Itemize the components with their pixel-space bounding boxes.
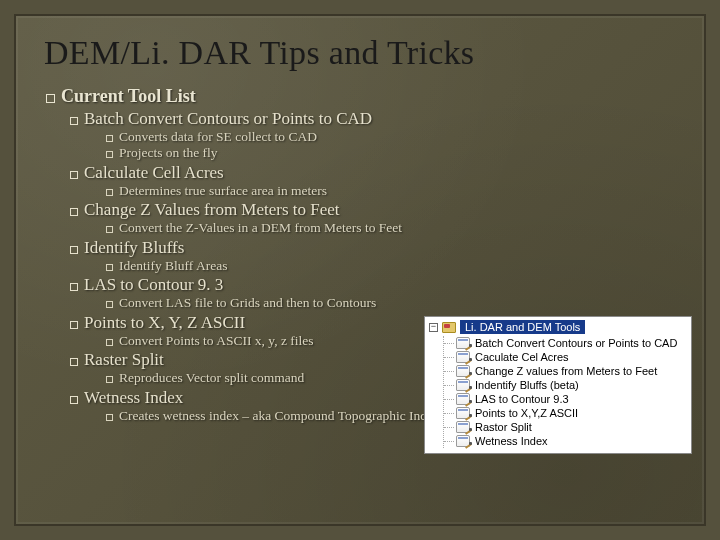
tool-name: Identify Bluffs: [84, 238, 184, 258]
toolbox-item-label: Indentify Bluffs (beta): [475, 379, 579, 391]
script-icon: [456, 407, 470, 419]
script-icon: [456, 351, 470, 363]
tool-sub-text: Creates wetness index – aka Compound Top…: [119, 408, 440, 424]
bullet-icon: [70, 117, 78, 125]
tool-name: Change Z Values from Meters to Feet: [84, 200, 340, 220]
toolbox-item-label: Batch Convert Contours or Points to CAD: [475, 337, 677, 349]
bullet-icon: [106, 226, 113, 233]
tool-subitem: Convert the Z-Values in a DEM from Meter…: [106, 220, 676, 236]
tool-sub-text: Converts data for SE collect to CAD: [119, 129, 317, 145]
script-icon: [456, 421, 470, 433]
tool-subitem: Converts data for SE collect to CAD: [106, 129, 676, 145]
toolbox-item-label: LAS to Contour 9.3: [475, 393, 569, 405]
toolbox-item-label: Wetness Index: [475, 435, 548, 447]
bullet-icon: [106, 189, 113, 196]
script-icon: [456, 393, 470, 405]
heading-current-tool-list: Current Tool List: [46, 86, 676, 107]
bullet-icon: [106, 264, 113, 271]
bullet-icon: [106, 135, 113, 142]
toolbox-script-item[interactable]: LAS to Contour 9.3: [448, 392, 687, 406]
script-icon: [456, 435, 470, 447]
tool-name: Points to X, Y, Z ASCII: [84, 313, 245, 333]
tool-item: Identify Bluffs: [70, 238, 676, 258]
bullet-icon: [46, 94, 55, 103]
toolbox-script-item[interactable]: Batch Convert Contours or Points to CAD: [448, 336, 687, 350]
toolbox-root-label[interactable]: Li. DAR and DEM Tools: [460, 320, 585, 334]
script-icon: [456, 365, 470, 377]
toolbox-item-label: Points to X,Y,Z ASCII: [475, 407, 578, 419]
tool-subitem: Convert LAS file to Grids and then to Co…: [106, 295, 676, 311]
tool-subitem: Determines true surface area in meters: [106, 183, 676, 199]
tool-sub-text: Projects on the fly: [119, 145, 218, 161]
toolbox-script-item[interactable]: Caculate Cel Acres: [448, 350, 687, 364]
toolbox-script-item[interactable]: Change Z values from Meters to Feet: [448, 364, 687, 378]
toolbox-item-label: Rastor Split: [475, 421, 532, 433]
tool-item: LAS to Contour 9. 3: [70, 275, 676, 295]
bullet-icon: [106, 376, 113, 383]
bullet-icon: [70, 283, 78, 291]
tool-name: LAS to Contour 9. 3: [84, 275, 223, 295]
tool-sub-text: Convert the Z-Values in a DEM from Meter…: [119, 220, 402, 236]
collapse-icon[interactable]: [429, 323, 438, 332]
toolbox-script-item[interactable]: Rastor Split: [448, 420, 687, 434]
bullet-icon: [70, 321, 78, 329]
bullet-icon: [70, 208, 78, 216]
tool-sub-text: Convert Points to ASCII x, y, z files: [119, 333, 314, 349]
tool-subitem: Projects on the fly: [106, 145, 676, 161]
bullet-icon: [106, 301, 113, 308]
bullet-icon: [106, 414, 113, 421]
tool-sub-text: Convert LAS file to Grids and then to Co…: [119, 295, 376, 311]
toolbox-script-item[interactable]: Wetness Index: [448, 434, 687, 448]
toolbox-script-item[interactable]: Indentify Bluffs (beta): [448, 378, 687, 392]
script-icon: [456, 379, 470, 391]
bullet-icon: [70, 171, 78, 179]
toolbox-root-row[interactable]: Li. DAR and DEM Tools: [429, 320, 687, 334]
toolbox-script-item[interactable]: Points to X,Y,Z ASCII: [448, 406, 687, 420]
tool-sub-text: Identify Bluff Areas: [119, 258, 227, 274]
tool-name: Batch Convert Contours or Points to CAD: [84, 109, 372, 129]
toolbox-item-label: Change Z values from Meters to Feet: [475, 365, 657, 377]
toolbox-item-label: Caculate Cel Acres: [475, 351, 569, 363]
tool-item: Batch Convert Contours or Points to CAD: [70, 109, 676, 129]
tool-item: Calculate Cell Acres: [70, 163, 676, 183]
script-icon: [456, 337, 470, 349]
tool-name: Wetness Index: [84, 388, 183, 408]
tool-name: Calculate Cell Acres: [84, 163, 224, 183]
heading-text: Current Tool List: [61, 86, 196, 107]
toolbox-icon: [442, 322, 456, 333]
tool-sub-text: Reproduces Vector split command: [119, 370, 304, 386]
arctoolbox-panel: Li. DAR and DEM Tools Batch Convert Cont…: [424, 316, 692, 454]
bullet-icon: [106, 339, 113, 346]
slide-title: DEM/Li. DAR Tips and Tricks: [44, 34, 676, 72]
tool-subitem: Identify Bluff Areas: [106, 258, 676, 274]
bullet-icon: [70, 358, 78, 366]
toolbox-items: Batch Convert Contours or Points to CADC…: [443, 336, 687, 448]
bullet-icon: [70, 246, 78, 254]
tool-name: Raster Split: [84, 350, 164, 370]
bullet-icon: [106, 151, 113, 158]
tool-sub-text: Determines true surface area in meters: [119, 183, 327, 199]
bullet-icon: [70, 396, 78, 404]
tool-item: Change Z Values from Meters to Feet: [70, 200, 676, 220]
